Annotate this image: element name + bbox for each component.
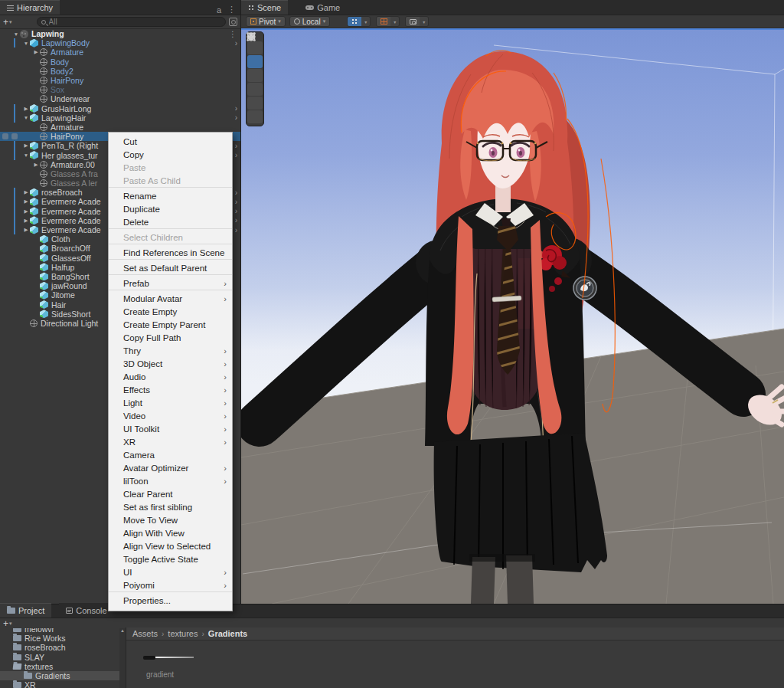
context-menu-item[interactable]: Set as Default Parent › xyxy=(109,262,232,275)
context-menu-item[interactable]: Paste › xyxy=(109,162,232,175)
visibility-caret[interactable]: ▾ xyxy=(361,17,370,26)
snap-camera-toggle[interactable]: ▾ xyxy=(405,16,429,27)
hierarchy-item[interactable]: Sox › ⋮ xyxy=(0,85,240,94)
rect-tool[interactable] xyxy=(247,97,263,110)
context-menu-item[interactable]: 3D Object › xyxy=(109,358,232,371)
prefab-open-chevron-icon[interactable]: › xyxy=(235,226,237,234)
context-menu-item[interactable]: Paste As Child › xyxy=(109,175,232,188)
hierarchy-item[interactable]: Body › ⋮ xyxy=(0,57,240,67)
project-folder-row[interactable]: SLAY xyxy=(0,653,119,662)
context-menu-item[interactable]: Clear Parent › xyxy=(109,488,232,501)
prefab-open-chevron-icon[interactable]: › xyxy=(235,188,237,197)
hierarchy-item[interactable]: Armature › ⋮ xyxy=(0,123,240,132)
scene-visibility-toggle[interactable]: ▾ xyxy=(347,16,371,27)
project-folder-row[interactable]: XR xyxy=(0,680,119,688)
tab-project[interactable]: Project xyxy=(0,603,51,618)
breadcrumb-assets[interactable]: Assets xyxy=(132,629,158,638)
expand-arrow-icon[interactable] xyxy=(22,218,30,224)
context-menu-item[interactable]: Avatar Optimizer › xyxy=(109,462,232,475)
context-menu-item[interactable]: Find References in Scene › xyxy=(109,247,232,260)
prefab-open-chevron-icon[interactable]: › xyxy=(235,216,237,224)
scroll-up-icon[interactable]: ▲ xyxy=(120,628,125,633)
context-menu-item[interactable]: Audio › xyxy=(109,371,232,384)
pan-hand-tool[interactable] xyxy=(247,41,263,54)
snap-caret[interactable]: ▾ xyxy=(420,17,428,26)
project-folder-row[interactable]: Gradients xyxy=(0,671,119,680)
hierarchy-search-input[interactable] xyxy=(49,18,221,26)
context-menu-item[interactable]: Copy Full Path › xyxy=(109,332,232,345)
hierarchy-search-box[interactable] xyxy=(37,17,226,27)
context-menu-item[interactable]: Thry › xyxy=(109,345,232,358)
context-menu-item[interactable]: Prefab › xyxy=(109,277,232,290)
context-menu-item[interactable]: Copy › xyxy=(109,149,232,162)
tab-console[interactable]: Console xyxy=(59,603,113,618)
project-create-button[interactable]: +▾ xyxy=(3,618,12,629)
context-menu-item[interactable]: Cut › xyxy=(109,136,232,149)
move-tool[interactable] xyxy=(247,55,263,68)
pivot-dropdown-button[interactable]: Pivot ▾ xyxy=(246,16,286,27)
create-object-button[interactable]: +▾ xyxy=(3,17,12,28)
prefab-open-chevron-icon[interactable]: › xyxy=(235,104,237,113)
context-menu-item[interactable]: Toggle Active State › xyxy=(109,553,232,566)
row-more-icon[interactable]: ⋮ xyxy=(229,30,237,38)
expand-arrow-icon[interactable] xyxy=(22,198,30,205)
scale-tool[interactable] xyxy=(247,83,263,96)
hierarchy-item[interactable]: Armature › ⋮ xyxy=(0,48,240,57)
breadcrumb-textures[interactable]: textures xyxy=(168,629,198,638)
grid-caret[interactable]: ▾ xyxy=(390,17,399,26)
gradient-asset-thumbnail[interactable] xyxy=(143,655,194,660)
expand-arrow-icon[interactable] xyxy=(22,152,30,158)
context-menu-item[interactable]: Poiyomi › xyxy=(109,579,232,592)
context-menu-item[interactable]: Create Empty Parent › xyxy=(109,319,232,332)
context-menu-item[interactable]: Create Empty › xyxy=(109,306,232,319)
scene-viewport[interactable] xyxy=(241,28,784,604)
hierarchy-item[interactable]: HairPony › ⋮ xyxy=(0,76,240,85)
local-dropdown-button[interactable]: Local ▾ xyxy=(289,16,330,27)
context-menu-item[interactable]: Move To View › xyxy=(109,514,232,527)
prefab-open-chevron-icon[interactable]: › xyxy=(235,142,237,150)
expand-arrow-icon[interactable] xyxy=(22,143,30,149)
gradient-asset-label[interactable]: gradient xyxy=(146,670,174,679)
context-menu-item[interactable]: Effects › xyxy=(109,384,232,397)
breadcrumb-gradients[interactable]: Gradients xyxy=(208,629,247,638)
rotate-tool[interactable] xyxy=(247,69,263,82)
context-menu-item[interactable]: Modular Avatar › xyxy=(109,293,232,306)
project-folder-row[interactable]: meiowvr xyxy=(0,628,119,634)
expand-arrow-icon[interactable] xyxy=(32,49,40,55)
prefab-open-chevron-icon[interactable]: › xyxy=(235,151,237,159)
prefab-open-chevron-icon[interactable]: › xyxy=(235,207,237,215)
context-menu-item[interactable]: Select Children › xyxy=(109,231,232,244)
hierarchy-item[interactable]: LapwingBody › ⋮ xyxy=(0,38,240,48)
lock-icon[interactable]: a xyxy=(217,5,221,15)
grid-visibility-toggle[interactable]: ▾ xyxy=(376,16,400,27)
context-menu-item[interactable]: Camera › xyxy=(109,449,232,462)
context-menu-item[interactable]: Align With View › xyxy=(109,527,232,540)
search-window-icon[interactable] xyxy=(229,18,237,26)
expand-arrow-icon[interactable] xyxy=(22,41,30,46)
tab-hierarchy[interactable]: Hierarchy xyxy=(0,0,60,15)
expand-arrow-icon[interactable] xyxy=(22,208,30,215)
hierarchy-item[interactable]: LapwingHair › ⋮ xyxy=(0,113,240,123)
expand-arrow-icon[interactable] xyxy=(22,189,30,195)
transform-tool[interactable] xyxy=(247,110,263,123)
context-menu-item[interactable]: Video › xyxy=(109,410,232,423)
project-tree-scrollbar[interactable]: ▲ xyxy=(119,628,126,688)
expand-arrow-icon[interactable] xyxy=(32,162,40,168)
tab-scene[interactable]: Scene xyxy=(241,0,288,15)
context-menu-item[interactable]: lilToon › xyxy=(109,475,232,488)
hierarchy-item[interactable]: Lapwing › ⋮ xyxy=(0,29,240,38)
context-menu-item[interactable]: UI › xyxy=(109,566,232,579)
hierarchy-item[interactable]: Underwear › ⋮ xyxy=(0,94,240,103)
prefab-open-chevron-icon[interactable]: › xyxy=(235,113,237,122)
project-folder-row[interactable]: Rice Works xyxy=(0,634,119,643)
context-menu-item[interactable]: Light › xyxy=(109,397,232,410)
context-menu-item[interactable]: Delete › xyxy=(109,216,232,229)
expand-arrow-icon[interactable] xyxy=(22,115,30,120)
project-folder-row[interactable]: textures xyxy=(0,662,119,671)
context-menu-item[interactable]: Properties... › xyxy=(109,595,232,608)
prefab-open-chevron-icon[interactable]: › xyxy=(235,198,237,206)
context-menu-item[interactable]: XR › xyxy=(109,436,232,449)
hierarchy-item[interactable]: Body2 › ⋮ xyxy=(0,67,240,76)
project-folder-row[interactable]: roseBroach xyxy=(0,643,119,652)
more-menu-icon[interactable]: ⋮ xyxy=(227,5,236,15)
